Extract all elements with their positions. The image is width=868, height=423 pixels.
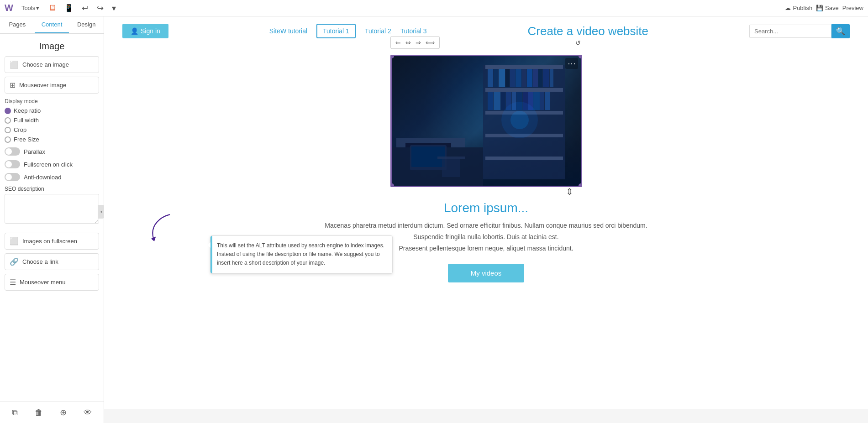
image-wrapper[interactable]: ⋮ ⋯ [390, 55, 582, 187]
logo: W [5, 3, 13, 13]
my-videos-button[interactable]: My videos [448, 264, 525, 282]
delete-button[interactable]: 🗑 [31, 406, 47, 419]
duplicate-button[interactable]: ⧉ [8, 406, 21, 419]
undo-button[interactable]: ↩ [79, 2, 91, 15]
svg-rect-20 [501, 92, 505, 110]
tools-chevron-icon: ▾ [36, 5, 39, 11]
fullscreen-label: Fullscreen on click [24, 161, 73, 168]
parallax-toggle[interactable] [5, 147, 20, 156]
search-icon: 🔍 [836, 27, 845, 35]
align-stretch-button[interactable]: ⟺ [424, 38, 437, 47]
redo-button[interactable]: ↪ [95, 2, 106, 15]
radio-crop[interactable]: Crop [5, 126, 99, 133]
parallax-toggle-row: Parallax [5, 147, 99, 156]
svg-rect-10 [510, 69, 515, 87]
nav-tutorial2[interactable]: Tutorial 2 [365, 27, 391, 35]
main-layout: Pages Content Design Image ⬜ Choose an i… [0, 16, 868, 423]
radio-crop-circle [5, 127, 11, 133]
fullscreen-toggle[interactable] [5, 160, 20, 168]
svg-rect-14 [533, 69, 538, 87]
save-button[interactable]: 💾 Save [816, 5, 839, 11]
radio-free-size[interactable]: Free Size [5, 136, 99, 143]
nav-sitew-tutorial[interactable]: SiteW tutorial [269, 27, 307, 35]
seo-description-label: SEO description [5, 186, 99, 192]
svg-rect-5 [485, 157, 563, 160]
sidebar-tabs: Pages Content Design [0, 16, 104, 34]
svg-rect-16 [543, 69, 549, 87]
radio-free-size-circle [5, 136, 11, 143]
svg-rect-28 [545, 92, 550, 110]
corner-handle-bl[interactable] [390, 183, 394, 187]
mobile-view-button[interactable]: 📱 [62, 2, 76, 14]
align-right-button[interactable]: ⇒ [414, 38, 423, 47]
layers-button[interactable]: ⊕ [56, 406, 70, 419]
tools-menu[interactable]: Tools ▾ [19, 3, 42, 13]
seo-description-input[interactable] [5, 194, 99, 224]
svg-rect-15 [538, 69, 542, 87]
sidebar-bottom: ⧉ 🗑 ⊕ 👁 [0, 402, 104, 423]
canvas-area: 👤 Sign in SiteW tutorial Tutorial 1 Tuto… [104, 16, 868, 423]
corner-handle-br[interactable] [579, 183, 582, 187]
svg-point-30 [510, 111, 529, 129]
svg-rect-1 [485, 65, 563, 69]
svg-rect-9 [505, 69, 510, 87]
radio-full-width-circle [5, 117, 11, 124]
align-center-button[interactable]: ⇔ [404, 38, 413, 47]
sidebar-content: Image ⬜ Choose an image ⊞ Mouseover imag… [0, 34, 104, 402]
mouseover-image-button[interactable]: ⊞ Mouseover image [5, 77, 99, 94]
svg-rect-37 [437, 157, 465, 159]
svg-rect-27 [540, 92, 544, 110]
antidownload-label: Anti-download [24, 174, 61, 181]
visibility-button[interactable]: 👁 [80, 406, 95, 419]
nav-tutorial3[interactable]: Tutorial 3 [400, 27, 427, 35]
tab-pages[interactable]: Pages [0, 16, 35, 33]
publish-button[interactable]: ☁ Publish [785, 5, 812, 11]
menu-icon: ☰ [10, 278, 16, 287]
svg-rect-8 [499, 69, 505, 87]
seo-tooltip: This will set the ALT attribute used by … [210, 235, 393, 274]
site-header: 👤 Sign in SiteW tutorial Tutorial 1 Tuto… [104, 16, 868, 46]
choose-link-button[interactable]: 🔗 Choose a link [5, 253, 99, 270]
search-button[interactable]: 🔍 [831, 24, 850, 38]
publish-icon: ☁ [785, 5, 791, 11]
fullscreen-icon: ⬜ [10, 237, 19, 245]
parallax-label: Parallax [24, 148, 45, 155]
reposition-button[interactable]: ⇕ [564, 185, 575, 198]
history-dropdown-button[interactable]: ▾ [110, 2, 118, 15]
sign-in-button[interactable]: 👤 Sign in [122, 24, 168, 38]
svg-rect-11 [516, 69, 521, 87]
nav-tutorial1[interactable]: Tutorial 1 [316, 24, 356, 38]
desktop-view-button[interactable]: 🖥 [46, 2, 58, 14]
display-mode-label: Display mode [5, 98, 99, 104]
resize-handle-left[interactable]: ⋮ [390, 112, 392, 130]
mouseover-menu-button[interactable]: ☰ Mouseover menu [5, 274, 99, 291]
antidownload-toggle-row: Anti-download [5, 173, 99, 181]
svg-rect-38 [442, 159, 460, 177]
reset-button[interactable]: ↺ [574, 38, 582, 47]
svg-rect-18 [488, 92, 493, 110]
link-icon: 🔗 [10, 257, 19, 266]
align-left-button[interactable]: ⇐ [394, 38, 403, 47]
svg-rect-12 [522, 69, 526, 87]
panel-title: Image [5, 41, 99, 52]
radio-full-width[interactable]: Full width [5, 117, 99, 124]
tab-content[interactable]: Content [35, 16, 69, 33]
svg-rect-7 [494, 69, 498, 87]
antidownload-toggle[interactable] [5, 173, 20, 181]
svg-rect-6 [488, 69, 493, 87]
choose-image-button[interactable]: ⬜ Choose an image [5, 56, 99, 73]
tab-design[interactable]: Design [69, 16, 104, 33]
site-title: Create a video website [528, 24, 648, 38]
svg-rect-17 [550, 69, 553, 87]
images-on-fullscreen-button[interactable]: ⬜ Images on fullscreen [5, 233, 99, 250]
radio-keep-ratio[interactable]: Keep ratio [5, 107, 99, 114]
topbar-right: ☁ Publish 💾 Save Preview [785, 5, 863, 11]
preview-button[interactable]: Preview [842, 5, 863, 11]
image-icon: ⬜ [10, 60, 19, 69]
search-input[interactable] [749, 25, 831, 38]
image-more-options-button[interactable]: ⋯ [565, 58, 578, 69]
sidebar-collapse-handle[interactable]: ◂ [98, 205, 104, 219]
lorem-title: Lorem ipsum... [444, 201, 528, 215]
person-icon: 👤 [131, 27, 138, 35]
radio-keep-ratio-circle [5, 108, 11, 114]
